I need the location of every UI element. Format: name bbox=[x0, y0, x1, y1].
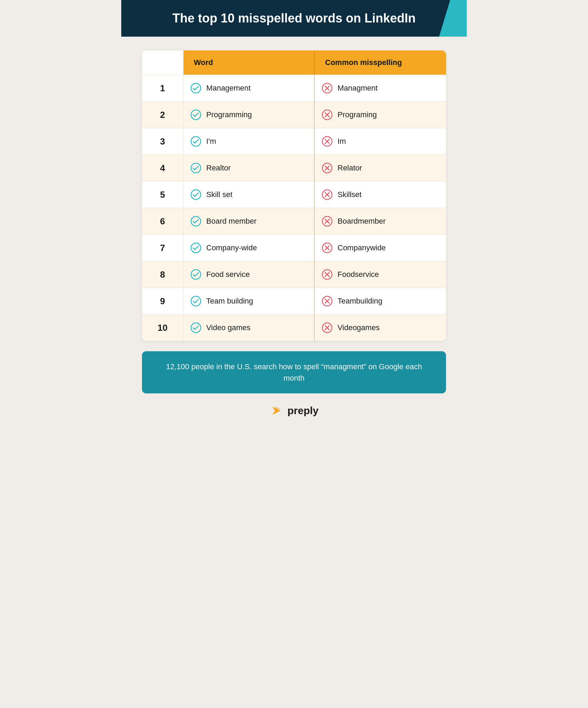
check-icon bbox=[190, 83, 201, 94]
content-area: Word Common misspelling 1 Management Man… bbox=[121, 37, 467, 438]
misspelling-text: Managment bbox=[338, 84, 378, 93]
svg-point-24 bbox=[191, 243, 201, 253]
check-icon bbox=[190, 216, 201, 227]
svg-point-8 bbox=[191, 137, 201, 146]
row-number: 2 bbox=[142, 102, 183, 128]
row-number: 6 bbox=[142, 208, 183, 234]
row-word: I'm bbox=[183, 128, 315, 155]
word-text: Realtor bbox=[206, 164, 231, 173]
row-misspelling: Foodservice bbox=[315, 261, 446, 288]
x-icon bbox=[322, 162, 333, 174]
table-row: 4 Realtor Relator bbox=[142, 155, 446, 181]
svg-point-28 bbox=[191, 270, 201, 279]
misspelling-text: Companywide bbox=[338, 243, 386, 252]
word-text: Management bbox=[206, 84, 250, 93]
row-misspelling: Im bbox=[315, 128, 446, 155]
row-number: 4 bbox=[142, 155, 183, 181]
row-misspelling: Programing bbox=[315, 102, 446, 128]
misspelling-text: Relator bbox=[338, 164, 362, 173]
x-icon bbox=[322, 83, 333, 94]
check-icon bbox=[190, 162, 201, 174]
row-misspelling: Managment bbox=[315, 75, 446, 101]
logo-area: preply bbox=[142, 393, 446, 425]
x-icon bbox=[322, 322, 333, 333]
row-number: 8 bbox=[142, 261, 183, 288]
table-row: 2 Programming Programing bbox=[142, 101, 446, 128]
table-row: 9 Team building Teambuilding bbox=[142, 288, 446, 314]
x-icon bbox=[322, 136, 333, 147]
svg-point-12 bbox=[191, 163, 201, 173]
logo-text: preply bbox=[287, 405, 319, 417]
word-text: Video games bbox=[206, 323, 250, 332]
check-icon bbox=[190, 322, 201, 333]
row-word: Realtor bbox=[183, 155, 315, 181]
row-number: 5 bbox=[142, 181, 183, 208]
check-icon bbox=[190, 109, 201, 120]
check-icon bbox=[190, 242, 201, 253]
row-misspelling: Videogames bbox=[315, 315, 446, 341]
row-number: 1 bbox=[142, 75, 183, 101]
page-wrapper: The top 10 misspelled words on LinkedIn … bbox=[121, 0, 467, 438]
word-text: Team building bbox=[206, 297, 253, 306]
word-text: Board member bbox=[206, 217, 257, 226]
svg-point-4 bbox=[191, 110, 201, 120]
row-word: Team building bbox=[183, 288, 315, 314]
word-text: Food service bbox=[206, 270, 250, 279]
x-icon bbox=[322, 109, 333, 120]
col-misspelling-header: Common misspelling bbox=[315, 50, 446, 75]
col-num-header bbox=[142, 50, 183, 75]
word-text: Programming bbox=[206, 110, 252, 119]
svg-point-16 bbox=[191, 190, 201, 199]
main-table: Word Common misspelling 1 Management Man… bbox=[142, 50, 446, 341]
table-row: 7 Company-wide Companywide bbox=[142, 234, 446, 261]
word-text: I'm bbox=[206, 137, 216, 146]
table-body: 1 Management Managment 2 Programming bbox=[142, 75, 446, 341]
header: The top 10 misspelled words on LinkedIn bbox=[121, 0, 467, 37]
row-word: Skill set bbox=[183, 181, 315, 208]
check-icon bbox=[190, 269, 201, 280]
misspelling-text: Boardmember bbox=[338, 217, 386, 226]
row-word: Board member bbox=[183, 208, 315, 234]
check-icon bbox=[190, 296, 201, 307]
table-row: 10 Video games Videogames bbox=[142, 314, 446, 341]
row-misspelling: Companywide bbox=[315, 235, 446, 261]
misspelling-text: Programing bbox=[338, 110, 377, 119]
check-icon bbox=[190, 189, 201, 200]
row-number: 9 bbox=[142, 288, 183, 314]
row-word: Food service bbox=[183, 261, 315, 288]
misspelling-text: Foodservice bbox=[338, 270, 379, 279]
misspelling-text: Teambuilding bbox=[338, 297, 382, 306]
row-number: 10 bbox=[142, 315, 183, 341]
row-misspelling: Relator bbox=[315, 155, 446, 181]
table-row: 6 Board member Boardmember bbox=[142, 208, 446, 234]
table-row: 5 Skill set Skillset bbox=[142, 181, 446, 208]
word-text: Skill set bbox=[206, 190, 233, 199]
svg-point-20 bbox=[191, 216, 201, 226]
col-word-header: Word bbox=[183, 50, 315, 75]
x-icon bbox=[322, 216, 333, 227]
table-row: 1 Management Managment bbox=[142, 75, 446, 101]
footer-box: 12,100 people in the U.S. search how to … bbox=[142, 351, 446, 393]
row-misspelling: Teambuilding bbox=[315, 288, 446, 314]
table-row: 8 Food service Foodservice bbox=[142, 261, 446, 288]
check-icon bbox=[190, 136, 201, 147]
x-icon bbox=[322, 189, 333, 200]
row-word: Video games bbox=[183, 315, 315, 341]
preply-logo-icon bbox=[269, 404, 283, 418]
x-icon bbox=[322, 296, 333, 307]
row-word: Programming bbox=[183, 102, 315, 128]
row-misspelling: Skillset bbox=[315, 181, 446, 208]
row-word: Company-wide bbox=[183, 235, 315, 261]
misspelling-text: Skillset bbox=[338, 190, 362, 199]
row-misspelling: Boardmember bbox=[315, 208, 446, 234]
misspelling-text: Videogames bbox=[338, 323, 380, 332]
row-number: 7 bbox=[142, 235, 183, 261]
row-number: 3 bbox=[142, 128, 183, 155]
row-word: Management bbox=[183, 75, 315, 101]
footer-text: 12,100 people in the U.S. search how to … bbox=[156, 361, 432, 384]
misspelling-text: Im bbox=[338, 137, 346, 146]
x-icon bbox=[322, 242, 333, 253]
table-row: 3 I'm Im bbox=[142, 128, 446, 155]
svg-point-36 bbox=[191, 323, 201, 333]
svg-point-0 bbox=[191, 83, 201, 93]
